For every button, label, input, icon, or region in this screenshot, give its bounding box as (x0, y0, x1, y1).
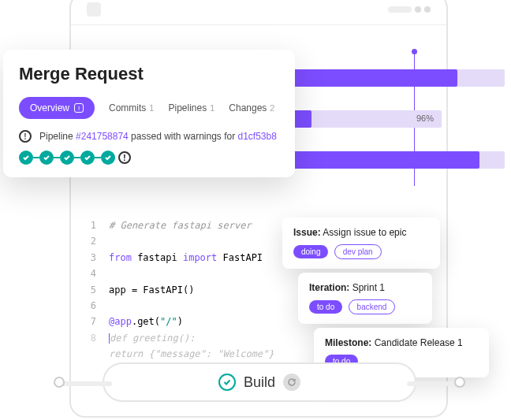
code-editor[interactable]: 1# Generate fastapi server 2 3from fasta… (85, 217, 306, 378)
chart-bar-row: 96% (292, 110, 511, 142)
tag-pill[interactable]: doing (293, 245, 328, 258)
stage-warning-icon[interactable]: ! (118, 151, 131, 164)
tab-overview[interactable]: Overview ! (19, 97, 95, 119)
pipeline-text: Pipeline #241758874 passed with warnings… (39, 131, 277, 142)
chart-bar-row (292, 151, 511, 183)
pipeline-stages: ! (19, 151, 279, 165)
commit-sha-link[interactable]: d1cf53b8 (238, 131, 277, 142)
refresh-icon[interactable] (283, 374, 300, 391)
chart-marker-dot (412, 49, 417, 54)
check-circle-icon (218, 374, 236, 391)
bar-percent-label: 96% (416, 113, 434, 123)
window-control (424, 6, 431, 13)
tab-commits[interactable]: Commits 1 (109, 102, 154, 113)
stage-pass-icon[interactable] (101, 151, 115, 165)
stage-pass-icon[interactable] (60, 151, 74, 165)
iteration-card[interactable]: Iteration: Sprint 1 to do backend (298, 273, 432, 324)
slider-thumb[interactable] (454, 377, 465, 388)
overview-icon: ! (74, 103, 84, 113)
stage-pass-icon[interactable] (80, 151, 95, 165)
build-status-bar: Build (103, 362, 416, 402)
pipeline-id-link[interactable]: #241758874 (76, 131, 129, 142)
progress-chart: 96% (292, 69, 511, 192)
slider-left[interactable] (55, 381, 112, 386)
tag-pill[interactable]: dev plan (334, 244, 382, 259)
browser-header (71, 0, 446, 25)
chart-bar-row (292, 69, 511, 101)
merge-request-tabs: Overview ! Commits 1 Pipelines 1 Changes… (19, 97, 279, 119)
merge-request-card: Merge Request Overview ! Commits 1 Pipel… (3, 50, 295, 177)
tab-changes[interactable]: Changes 2 (229, 102, 274, 113)
warning-icon: ! (19, 130, 32, 143)
tag-pill[interactable]: to do (309, 300, 342, 314)
stage-pass-icon[interactable] (39, 151, 54, 165)
merge-request-title: Merge Request (19, 64, 279, 84)
issue-card[interactable]: Issue: Assign issue to epic doing dev pl… (282, 217, 440, 269)
window-control (415, 6, 421, 13)
slider-right[interactable] (407, 381, 464, 386)
slider-thumb[interactable] (54, 377, 65, 388)
tab-placeholder (388, 6, 412, 13)
tab-pipelines[interactable]: Pipelines 1 (168, 102, 214, 113)
logo-icon (87, 2, 101, 17)
pipeline-status-row: ! Pipeline #241758874 passed with warnin… (19, 130, 279, 143)
tag-pill[interactable]: backend (349, 299, 396, 314)
stage-pass-icon[interactable] (19, 151, 33, 165)
build-label: Build (244, 374, 275, 391)
